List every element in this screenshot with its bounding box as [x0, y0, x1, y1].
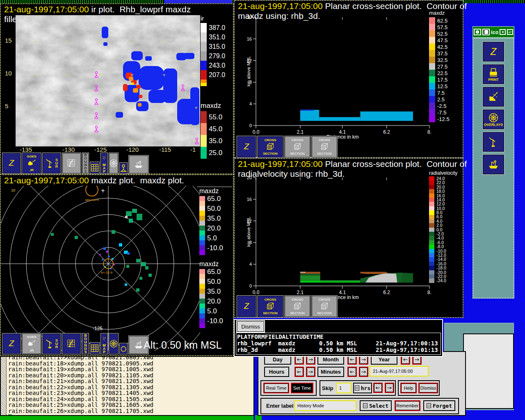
icon-dock-titlebar: icon ↵ [472, 26, 514, 38]
skip-units-button[interactable]: hrs [353, 383, 372, 393]
toolbar-button[interactable]: BOUNDS [82, 333, 89, 354]
toolbar-button[interactable] [120, 343, 127, 354]
forget-button[interactable]: Forget [423, 400, 455, 411]
toolbar-button-icon [242, 301, 251, 311]
toolbar-button[interactable]: CROSS SECTION [258, 296, 283, 317]
toolbar-button[interactable]: GOES .IR [22, 333, 41, 354]
icon-dock-body: PRINT OVERLAYS [472, 38, 514, 299]
toolbar-button[interactable] [62, 153, 81, 173]
colorbar-label: -10.0 [207, 244, 223, 251]
dismiss-button[interactable]: Dismiss [418, 383, 438, 393]
window-list-button[interactable] [482, 29, 490, 35]
toolbar-button[interactable]: SUR [43, 153, 61, 173]
cross-section-plot[interactable]: 0481216200.02.14.16.28.Distance in kmkm … [247, 176, 452, 299]
toolbar-button[interactable] [90, 162, 99, 173]
colorbar-swatch [429, 180, 434, 185]
toolbar-button[interactable] [120, 163, 127, 173]
ir-satellite-image[interactable]: ++++++++++++++++++++++++ [16, 15, 200, 146]
window-menu-button[interactable] [474, 29, 481, 35]
toolbar-button-icon [242, 142, 251, 152]
toolbar-button[interactable]: SUR [43, 333, 61, 354]
label-field[interactable]: History Mode [294, 400, 356, 411]
svg-text:+: + [98, 39, 102, 45]
colorbar-swatch [201, 32, 207, 42]
dock-icon-button[interactable]: PRINT [483, 64, 504, 84]
toolbar-button-icon [90, 163, 99, 173]
svg-text:+: + [66, 39, 70, 45]
empty-list-panel[interactable] [463, 333, 514, 409]
toolbar-button[interactable] [2, 333, 21, 354]
select-button[interactable]: Select [360, 400, 392, 411]
terminal-scrollbar[interactable] [1, 357, 7, 415]
toolbar-button-icon [266, 301, 275, 311]
toolbar-button[interactable]: CROSS SECTION [285, 136, 310, 158]
toolbar-button[interactable]: GOES .IR [22, 153, 41, 173]
toolbar-button[interactable]: CROSS SECTION [285, 296, 310, 317]
svg-text:2.1: 2.1 [297, 129, 304, 135]
menu-icon [355, 386, 359, 390]
colorbar-row: 45.0 [201, 123, 222, 135]
dock-icon-button[interactable] [483, 155, 504, 174]
skip-value-field[interactable]: 1 [336, 383, 352, 393]
toolbar-button[interactable] [237, 296, 256, 317]
radar-ppi-plot[interactable]: who=m=tb>-12-9+-12510 [1, 186, 200, 351]
increment-arrow-button[interactable]: → [359, 367, 368, 377]
platform-table-header-cell: PLATFORM [237, 333, 265, 340]
toolbar-button[interactable] [62, 333, 81, 354]
colorbar-label: 22.5 [437, 71, 447, 76]
dock-icon-button[interactable] [483, 132, 504, 152]
time-field[interactable]: 21-Aug-97,17:05:00 [370, 366, 429, 377]
colorbar-row: 42.5 [429, 43, 450, 50]
toolbar-button[interactable] [129, 155, 148, 173]
svg-text:+: + [194, 72, 198, 78]
title-timestamp: 21-aug-1997,17:05:00 [4, 176, 89, 185]
increment-arrow-button[interactable]: → [306, 367, 315, 377]
toolbar-button[interactable]: BOUNDS [82, 153, 89, 173]
terminal-window[interactable]: rain:beaufait:17>xdump.all 970821.0805.x… [0, 356, 254, 416]
x-axis-tick-label: -1 [190, 146, 196, 153]
svg-text:+: + [34, 72, 38, 78]
colorbar-row: 4.0 [429, 219, 457, 223]
colorbar-row: 65.0 [199, 269, 223, 274]
colorbar-swatch [429, 17, 435, 24]
toolbar-button[interactable] [90, 342, 99, 354]
set-time-button[interactable]: Set Time [291, 383, 313, 393]
colorbar-row: 207.0 [201, 70, 225, 80]
toolbar-button-icon [119, 163, 128, 173]
colorbar-swatch [429, 116, 435, 122]
toolbar-button[interactable]: CROSS SECTION [312, 136, 337, 158]
colorbar-swatch [429, 30, 435, 37]
remember-button[interactable]: Remember [395, 400, 420, 411]
window-iconify-button[interactable]: ↵ [507, 29, 513, 35]
svg-text:+: + [194, 105, 198, 111]
colorbar-swatch [429, 278, 434, 283]
decrement-arrow-button[interactable]: ← [347, 367, 357, 377]
dock-icon-button[interactable] [483, 87, 504, 107]
toolbar-button[interactable]: MAP [101, 153, 107, 173]
dock-icon-button[interactable]: OVERLAYS [483, 110, 504, 129]
help-button[interactable]: Help [400, 383, 417, 393]
real-time-button[interactable]: Real Time [263, 383, 289, 393]
toolbar-button[interactable] [109, 153, 118, 173]
time-unit-button[interactable]: Minutes [317, 367, 344, 377]
colorbar-swatch [199, 313, 205, 318]
toolbar-button[interactable] [237, 136, 256, 158]
colorbar-row: 50.0 [199, 206, 223, 211]
colorbar-label: 37.5 [437, 51, 447, 56]
svg-text:+: + [66, 72, 70, 78]
window-minimize-button[interactable] [500, 29, 506, 35]
svg-text:0.0: 0.0 [253, 290, 260, 295]
dismiss-button[interactable]: Dismiss [237, 321, 264, 332]
colorbar-swatch [201, 135, 207, 147]
decrement-arrow-button[interactable]: ← [294, 367, 304, 377]
title-timestamp: 21-aug-1997,17:05:00 [4, 5, 89, 14]
toolbar-button[interactable]: CROSS SECTION [312, 296, 337, 317]
dock-icon-button[interactable] [483, 42, 504, 62]
cross-section-plot[interactable]: 0481216200.02.14.16.28.Distance in kmkm … [247, 16, 452, 139]
colorbar-swatch [201, 23, 207, 32]
toolbar-button[interactable] [109, 333, 118, 354]
toolbar-button[interactable]: MAP [101, 333, 107, 354]
toolbar-button[interactable] [2, 153, 21, 173]
toolbar-button[interactable]: CROSS SECTION [258, 136, 283, 158]
time-unit-button[interactable]: Hours [264, 367, 289, 377]
